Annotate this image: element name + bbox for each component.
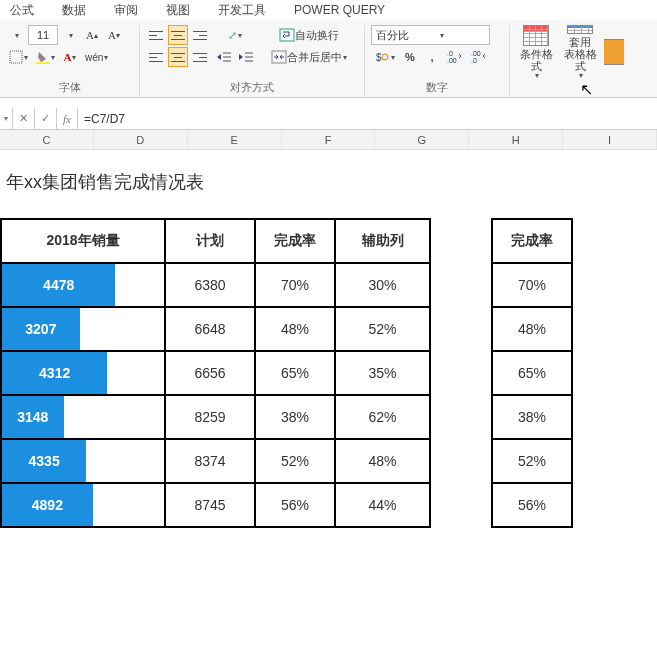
number-format-select[interactable]: 百分比▾ <box>371 25 490 45</box>
align-center-button[interactable] <box>168 47 188 67</box>
orientation-button[interactable]: ⤢▾ <box>214 25 256 45</box>
header-aux[interactable]: 辅助列 <box>335 219 430 263</box>
comma-button[interactable]: , <box>422 47 442 67</box>
side-cell-rate[interactable]: 70% <box>492 263 572 307</box>
cell-sales[interactable]: 4478 <box>1 263 165 307</box>
pinyin-button[interactable]: wén▾ <box>82 47 111 67</box>
menu-formula[interactable]: 公式 <box>10 2 34 19</box>
column-header-E[interactable]: E <box>188 130 282 149</box>
svg-point-11 <box>382 54 388 60</box>
cell-aux[interactable]: 44% <box>335 483 430 527</box>
formula-accept-button[interactable]: ✓ <box>35 108 57 129</box>
name-box-dropdown[interactable]: ▾ <box>0 108 13 129</box>
column-header-I[interactable]: I <box>563 130 657 149</box>
column-header-F[interactable]: F <box>282 130 376 149</box>
font-family-dropdown[interactable]: ▾ <box>6 25 26 45</box>
side-cell-rate[interactable]: 38% <box>492 395 572 439</box>
font-color-button[interactable]: A▾ <box>60 47 80 67</box>
cell-sales[interactable]: 3148 <box>1 395 165 439</box>
cell-plan[interactable]: 6380 <box>165 263 255 307</box>
cell-aux[interactable]: 52% <box>335 307 430 351</box>
side-cell-rate[interactable]: 52% <box>492 439 572 483</box>
align-top-button[interactable] <box>146 25 166 45</box>
side-header[interactable]: 完成率 <box>492 219 572 263</box>
align-bottom-button[interactable] <box>190 25 210 45</box>
increase-font-button[interactable]: A▴ <box>82 25 102 45</box>
cell-rate[interactable]: 52% <box>255 439 335 483</box>
cell-rate[interactable]: 48% <box>255 307 335 351</box>
menu-powerquery[interactable]: POWER QUERY <box>294 3 385 17</box>
cell-plan[interactable]: 8374 <box>165 439 255 483</box>
cell-aux[interactable]: 35% <box>335 351 430 395</box>
table-row: 4892874556%44% <box>1 483 430 527</box>
decrease-font-button[interactable]: A▾ <box>104 25 124 45</box>
align-left-button[interactable] <box>146 47 166 67</box>
wrap-icon <box>279 28 295 42</box>
fill-color-button[interactable]: ▾ <box>33 47 58 67</box>
cell-plan[interactable]: 6648 <box>165 307 255 351</box>
wrap-text-label: 自动换行 <box>295 28 339 43</box>
align-top-icon <box>149 29 163 41</box>
cell-rate[interactable]: 65% <box>255 351 335 395</box>
formula-input[interactable]: =C7/D7 <box>78 108 657 129</box>
cell-plan[interactable]: 8259 <box>165 395 255 439</box>
font-size-dropdown[interactable]: ▾ <box>60 25 80 45</box>
cell-sales[interactable]: 4312 <box>1 351 165 395</box>
cell-rate[interactable]: 56% <box>255 483 335 527</box>
decrease-decimal-button[interactable]: .00.0 <box>468 47 490 67</box>
paint-bucket-icon <box>36 50 50 64</box>
menu-devtools[interactable]: 开发工具 <box>218 2 266 19</box>
align-middle-icon <box>171 29 185 41</box>
font-size-input[interactable]: 11 <box>28 25 58 45</box>
header-sales[interactable]: 2018年销量 <box>1 219 165 263</box>
conditional-format-button[interactable]: 条件格式▾ <box>516 25 556 81</box>
side-cell-rate[interactable]: 48% <box>492 307 572 351</box>
align-left-icon <box>149 51 163 63</box>
menu-review[interactable]: 审阅 <box>114 2 138 19</box>
table-row: 52% <box>492 439 572 483</box>
increase-decimal-button[interactable]: .0.00 <box>444 47 466 67</box>
column-header-G[interactable]: G <box>375 130 469 149</box>
cell-aux[interactable]: 30% <box>335 263 430 307</box>
side-cell-rate[interactable]: 56% <box>492 483 572 527</box>
header-rate[interactable]: 完成率 <box>255 219 335 263</box>
formula-cancel-button[interactable]: ✕ <box>13 108 35 129</box>
cell-sales[interactable]: 4335 <box>1 439 165 483</box>
cell-aux[interactable]: 48% <box>335 439 430 483</box>
data-bar: 4312 <box>2 352 107 394</box>
fx-button[interactable]: fx <box>57 108 78 129</box>
cell-plan[interactable]: 8745 <box>165 483 255 527</box>
side-cell-rate[interactable]: 65% <box>492 351 572 395</box>
cell-rate[interactable]: 38% <box>255 395 335 439</box>
cell-sales[interactable]: 4892 <box>1 483 165 527</box>
increase-indent-button[interactable] <box>236 47 256 67</box>
align-right-button[interactable] <box>190 47 210 67</box>
cell-styles-button[interactable] <box>604 25 624 81</box>
cell-plan[interactable]: 6656 <box>165 351 255 395</box>
align-middle-button[interactable] <box>168 25 188 45</box>
table-format-button[interactable]: 套用 表格格式▾ <box>560 25 600 81</box>
number-format-value: 百分比 <box>376 28 409 43</box>
ribbon-group-styles: 条件格式▾ 套用 表格格式▾ <box>510 25 657 97</box>
cell-sales[interactable]: 3207 <box>1 307 165 351</box>
column-header-H[interactable]: H <box>469 130 563 149</box>
header-plan[interactable]: 计划 <box>165 219 255 263</box>
cell-rate[interactable]: 70% <box>255 263 335 307</box>
cell-aux[interactable]: 62% <box>335 395 430 439</box>
worksheet-area[interactable]: 年xx集团销售完成情况表 2018年销量 计划 完成率 辅助列 44786380… <box>0 150 657 528</box>
column-header-D[interactable]: D <box>94 130 188 149</box>
menu-data[interactable]: 数据 <box>62 2 86 19</box>
menu-view[interactable]: 视图 <box>166 2 190 19</box>
table-row: 4478638070%30% <box>1 263 430 307</box>
decrease-indent-button[interactable] <box>214 47 234 67</box>
data-bar: 4335 <box>2 440 86 482</box>
currency-button[interactable]: $▾ <box>371 47 398 67</box>
wrap-text-button[interactable]: 自动换行 <box>266 25 352 45</box>
svg-text:.00: .00 <box>471 50 481 57</box>
styles-group-label <box>516 95 651 97</box>
ribbon-group-number: 百分比▾ $▾ % , .0.00 .00.0 数字 <box>365 25 510 97</box>
border-button[interactable]: ▾ <box>6 47 31 67</box>
percent-button[interactable]: % <box>400 47 420 67</box>
merge-center-button[interactable]: 合并后居中▾ <box>266 47 352 67</box>
column-header-C[interactable]: C <box>0 130 94 149</box>
